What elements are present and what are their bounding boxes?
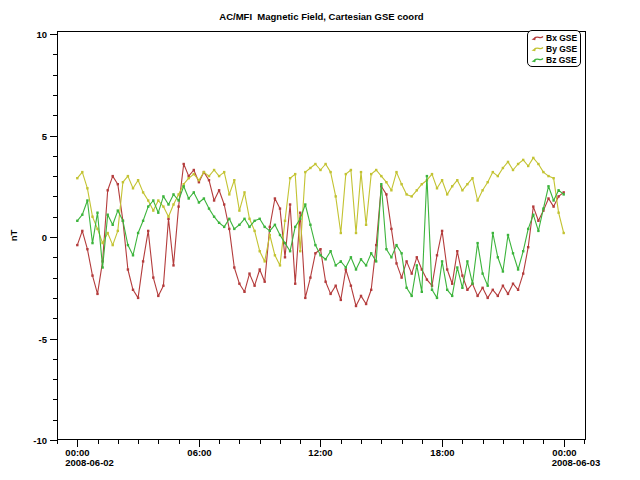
x-tick-label: 12:00 [308,447,332,458]
legend-item-bz-gse: Bz GSE [531,54,577,65]
x-start-date-label: 2008-06-02 [65,457,114,468]
series-markers-bx-gse [76,163,565,307]
legend-line-icon [531,34,544,42]
x-end-date-label: 2008-06-03 [552,457,601,468]
legend-item-bx-gse: Bx GSE [531,32,577,43]
y-tick-label: 0 [42,232,47,243]
series-line-bz-gse [77,176,563,298]
y-tick-label: 5 [42,131,48,142]
y-tick-label: -10 [33,435,47,446]
plot-frame [50,32,586,448]
y-tick-label: -5 [39,334,48,345]
x-tick-label: 06:00 [187,447,211,458]
legend-line-icon [531,56,544,64]
legend-label: Bx GSE [546,33,577,43]
legend: Bx GSEBy GSEBz GSE [527,30,581,67]
x-tick-label: 18:00 [430,447,454,458]
plot-canvas: -10-5051000:0006:0012:0018:0000:002008-0… [0,0,640,480]
legend-line-icon [531,45,544,53]
series-line-bx-gse [77,164,563,306]
plot-window: AC/MFI Magnetic Field, Cartesian GSE coo… [0,0,640,480]
y-tick-label: 10 [36,29,47,40]
series-markers-bz-gse [76,175,565,299]
legend-label: By GSE [546,44,577,54]
legend-item-by-gse: By GSE [531,43,577,54]
legend-label: Bz GSE [546,55,577,65]
